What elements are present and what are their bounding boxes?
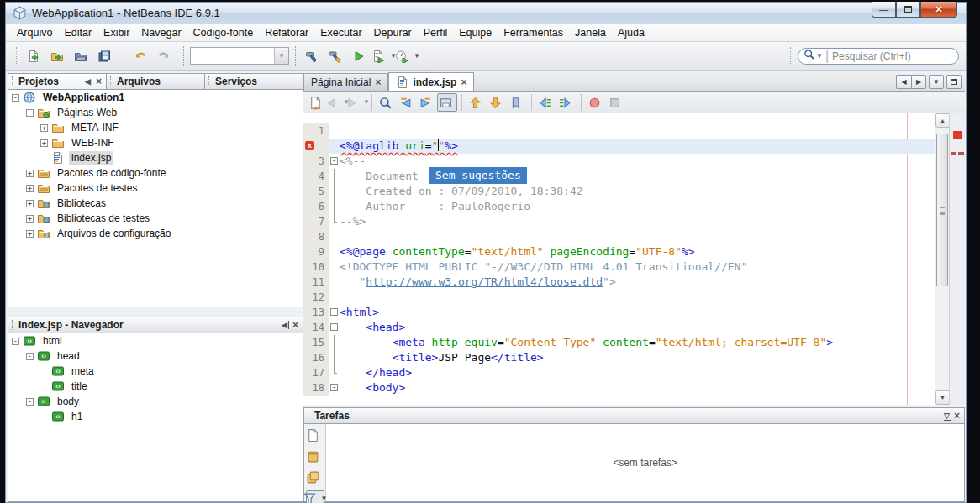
close-window-button[interactable]: ✕ [920,2,957,18]
open-project-button[interactable] [71,45,94,68]
project-node-pacotes-de-c-digo-fonte[interactable]: +Pacotes de código-fonte [8,165,303,181]
node-label[interactable]: Bibliotecas de testes [55,212,152,225]
menu-editar[interactable]: Editar [58,25,97,40]
menu-ferramentas[interactable]: Ferramentas [498,25,569,40]
project-node-arquivos-de-configura-o[interactable]: +Arquivos de configuração [8,226,303,241]
collapse-toggle[interactable]: - [26,398,34,406]
code-line[interactable]: 7--%> [303,214,935,229]
close-panel-icon[interactable]: × [954,411,960,420]
error-stripe[interactable] [949,113,965,405]
fold-column[interactable]: - [329,320,340,335]
minimize-panel-icon[interactable]: ◀ [282,321,289,329]
error-mark[interactable] [953,131,962,139]
node-label[interactable]: Bibliotecas [55,196,108,210]
scroll-up-arrow[interactable]: ▲ [935,113,950,128]
debug-button[interactable]: ▼ [372,45,396,68]
node-label[interactable]: WEB-INF [69,136,117,149]
title-bar[interactable]: WebApplication1 - NetBeans IDE 6.9.1 —✕ [6,3,966,24]
menu-janela[interactable]: Janela [569,25,612,40]
error-mark-dash[interactable] [951,152,956,155]
expand-toggle[interactable]: + [40,139,48,147]
menu-depurar[interactable]: Depurar [368,25,418,40]
editor-scrollbar[interactable]: ▲ ▼ [935,113,949,405]
combobox-dropdown-icon[interactable]: ▼ [274,48,288,64]
navigator-node-meta[interactable]: ‹›meta [8,364,303,379]
node-label[interactable]: META-INF [69,121,121,134]
fold-collapse-icon[interactable]: - [330,384,338,391]
completion-tooltip[interactable]: Sem sugestões [429,167,527,184]
error-mark-dash[interactable] [958,152,964,155]
node-label[interactable]: head [55,349,82,363]
menu-equipe[interactable]: Equipe [453,25,498,40]
minimize-window-button[interactable]: — [872,2,896,18]
node-label[interactable]: body [55,395,82,408]
project-node-p-ginas-web[interactable]: -Páginas Web [8,105,303,120]
tab-list-dropdown-button[interactable]: ▼ [929,75,944,89]
expand-toggle[interactable]: + [26,170,34,177]
find-next-button[interactable] [417,93,437,112]
fold-column[interactable]: - [329,305,340,320]
fold-column[interactable]: - [329,154,340,169]
collapse-toggle[interactable]: - [12,338,19,345]
expand-toggle[interactable]: + [26,200,34,207]
toggle-bookmark-button[interactable] [507,93,527,112]
panel-grip[interactable] [12,320,15,330]
node-label[interactable]: title [69,380,90,393]
save-all-button[interactable] [94,45,118,68]
code-line[interactable]: 4 Document : index [303,169,935,184]
node-label[interactable]: Pacotes de código-fonte [55,166,168,180]
navigator-header[interactable]: index.jsp - Navegador ◀ × [8,317,303,333]
close-panel-icon[interactable]: × [96,77,102,86]
editor-tab-p-gina-inicial[interactable]: Página Inicial× [303,73,388,91]
menu-perfil[interactable]: Perfil [418,25,453,40]
close-tab-icon[interactable]: × [461,78,466,86]
highlight-search-button[interactable] [437,93,457,112]
navigator-node-h1[interactable]: ‹›h1 [8,409,303,424]
menu-c-digo-fonte[interactable]: Código-fonte [187,25,260,40]
project-node-pacotes-de-testes[interactable]: +Pacotes de testes [8,181,303,196]
fold-column[interactable]: - [329,380,340,396]
search-input[interactable] [832,50,962,62]
scroll-tabs-right-button[interactable]: ▶ [911,75,926,89]
expand-toggle[interactable]: + [26,185,34,192]
project-node-index-jsp[interactable]: index.jsp [8,150,303,165]
navigator-node-html[interactable]: -‹›html [8,333,303,348]
code-line[interactable]: 6 Author : PauloRogerio [303,199,935,214]
menu-exibir[interactable]: Exibir [97,25,135,40]
quick-search-box[interactable]: ▼| [798,48,959,65]
maximize-window-button[interactable] [896,2,920,18]
error-annotation-icon[interactable]: x [305,141,314,150]
projects-tree[interactable]: -WebApplication1-Páginas Web+META-INF+WE… [8,90,303,307]
next-occurrence-button[interactable] [487,93,507,112]
run-button[interactable] [349,45,372,68]
menu-refatorar[interactable]: Refatorar [259,25,314,40]
scroll-tabs-left-button[interactable]: ◀ [896,75,911,89]
shift-line-left-button[interactable] [536,93,556,112]
close-panel-icon[interactable]: × [292,321,298,329]
maximize-editor-button[interactable] [946,75,962,89]
node-label[interactable]: meta [69,364,97,378]
previous-occurrence-button[interactable] [466,93,487,112]
expand-toggle[interactable]: + [26,230,34,238]
node-label[interactable]: Páginas Web [55,106,119,119]
navigator-node-body[interactable]: -‹›body [8,394,303,409]
clean-build-button[interactable] [325,45,349,68]
panel-grip[interactable] [308,411,311,421]
tab-projetos[interactable]: Projetos◀× [8,73,107,90]
code-line[interactable]: 3-<%-- [303,154,935,169]
code-line[interactable]: 17 </head> [303,365,935,380]
task-file-button[interactable] [306,427,324,443]
forward-button[interactable]: ▼ [347,93,367,112]
build-button[interactable] [302,45,325,68]
node-label[interactable]: Arquivos de configuração [55,227,173,240]
code-line[interactable]: 16 <title>JSP Page</title> [303,350,935,365]
search-scope-dropdown-icon[interactable]: ▼ [816,52,823,60]
code-line[interactable]: 10<!DOCTYPE HTML PUBLIC "-//W3C//DTD HTM… [303,259,935,275]
find-previous-button[interactable] [397,93,417,112]
profile-button[interactable]: ▼ [396,45,419,68]
code-line[interactable]: 8 [303,229,935,244]
stop-macro-button[interactable] [606,93,626,112]
tasks-header[interactable]: Tarefas ▽ × [303,407,965,424]
code-view[interactable]: Sem sugestões 1x<%@taglib uri=""%>3-<%--… [303,113,935,405]
editor-tab-index-jsp[interactable]: index.jsp× [388,72,474,91]
